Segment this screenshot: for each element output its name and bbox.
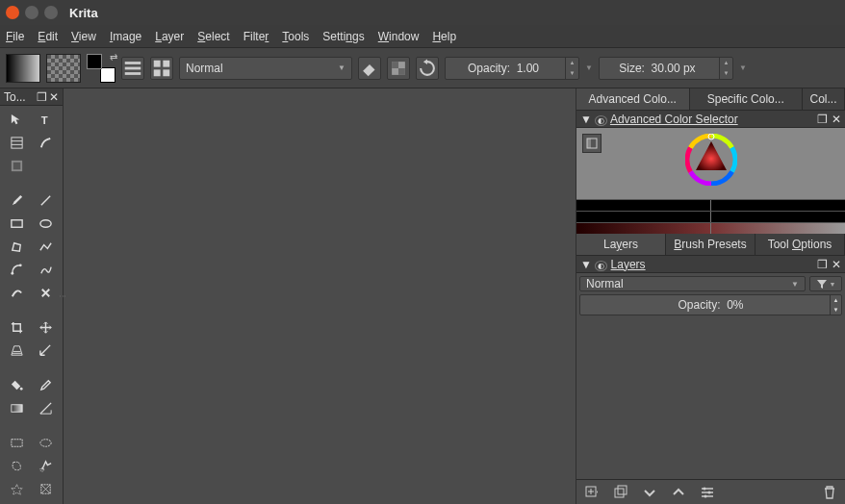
advanced-color-selector[interactable] — [576, 128, 845, 234]
layer-properties-button[interactable] — [700, 485, 715, 500]
menu-layer[interactable]: Layer — [155, 30, 184, 43]
pattern-swatch[interactable] — [46, 54, 81, 83]
menu-settings[interactable]: Settings — [322, 30, 364, 43]
layer-opacity-slider[interactable]: Opacity: 0% ▲▼ — [579, 294, 842, 315]
color-selector-menu-button[interactable] — [582, 134, 602, 153]
contiguous-select-tool[interactable] — [34, 456, 60, 475]
alpha-lock-button[interactable] — [387, 57, 410, 80]
freehand-path-tool[interactable] — [34, 260, 60, 279]
add-layer-button[interactable] — [584, 485, 600, 500]
polyline-tool[interactable] — [34, 237, 60, 256]
menu-tools[interactable]: Tools — [282, 30, 309, 43]
bezier-select-tool[interactable] — [34, 479, 60, 498]
tab-layers[interactable]: Layers — [576, 234, 666, 255]
canvas-area[interactable]: ⋮ — [64, 88, 576, 504]
rect-select-tool[interactable] — [4, 433, 30, 452]
dynamic-brush-tool[interactable] — [4, 283, 30, 302]
layer-blend-mode-select[interactable]: Normal ▼ — [579, 276, 806, 291]
layer-list[interactable] — [579, 318, 842, 476]
menu-window[interactable]: Window — [378, 30, 420, 43]
multibrush-tool[interactable] — [34, 283, 60, 302]
svg-rect-11 — [12, 137, 22, 147]
crop-tool[interactable] — [4, 317, 30, 337]
svg-point-21 — [20, 387, 23, 390]
spinbox-arrows[interactable]: ▲▼ — [719, 58, 732, 79]
toolbox-grid: T — [0, 106, 63, 502]
pattern-edit-tool[interactable] — [4, 133, 30, 152]
reload-brush-button[interactable] — [416, 57, 439, 80]
menu-select[interactable]: Select — [197, 30, 229, 43]
panel-drag-handle[interactable]: ⋮ — [60, 88, 65, 504]
window-minimize-button[interactable] — [25, 6, 38, 19]
window-close-button[interactable] — [6, 6, 19, 19]
close-panel-icon[interactable]: ✕ — [832, 113, 841, 126]
menu-edit[interactable]: Edit — [38, 30, 58, 43]
right-mid-tabs: Layers Brush Presets Tool Options — [576, 234, 845, 256]
text-tool[interactable]: T — [34, 110, 60, 129]
funnel-icon — [816, 278, 828, 290]
blend-mode-select[interactable]: Normal ▼ — [179, 57, 352, 80]
opacity-spinbox[interactable]: Opacity: 1.00 ▲▼ — [445, 57, 579, 80]
window-title: Krita — [69, 6, 98, 20]
tab-tool-options[interactable]: Tool Options — [755, 234, 845, 255]
layers-footer — [576, 479, 845, 504]
move-tool[interactable] — [4, 110, 30, 129]
duplicate-layer-button[interactable] — [613, 485, 628, 500]
fg-bg-color[interactable]: ⇄ — [87, 54, 115, 83]
polygon-tool[interactable] — [4, 237, 30, 256]
menu-filter[interactable]: Filter — [243, 30, 269, 43]
rectangle-tool[interactable] — [4, 214, 30, 233]
bezier-tool[interactable] — [4, 260, 30, 279]
toolbox-header: To... ❐✕ — [0, 88, 63, 106]
menu-file[interactable]: File — [6, 30, 24, 43]
eraser-mode-button[interactable] — [358, 57, 381, 80]
right-top-tabs: Advanced Colo... Specific Colo... Col... — [576, 88, 845, 111]
brush-settings-button[interactable] — [121, 57, 144, 80]
menu-view[interactable]: View — [71, 30, 96, 43]
layer-down-button[interactable] — [642, 485, 657, 500]
size-spinbox[interactable]: Size: 30.00 px ▲▼ — [599, 57, 733, 80]
gradient-edit-tool[interactable] — [34, 133, 60, 152]
float-panel-icon[interactable]: ❐ — [817, 113, 828, 126]
transform-tool[interactable] — [34, 317, 60, 337]
brush-tool[interactable] — [4, 190, 30, 210]
ruler-assistant-tool[interactable] — [34, 398, 60, 417]
window-maximize-button[interactable] — [44, 6, 58, 19]
similar-select-tool[interactable] — [4, 479, 30, 498]
gradient-tool[interactable] — [4, 398, 30, 417]
tab-brush-presets[interactable]: Brush Presets — [666, 234, 755, 255]
close-panel-icon[interactable]: ✕ — [49, 90, 59, 104]
color-picker-tool[interactable] — [34, 375, 60, 394]
svg-point-33 — [704, 487, 706, 490]
layers-panel-header: ▼ ◐ Layers ❐✕ — [576, 256, 845, 273]
delete-layer-button[interactable] — [822, 485, 837, 500]
float-panel-icon[interactable]: ❐ — [817, 258, 828, 271]
ellipse-select-tool[interactable] — [34, 433, 60, 452]
freehand-select-tool[interactable] — [4, 456, 30, 475]
spinbox-arrows[interactable]: ▲▼ — [565, 58, 578, 79]
tab-advanced-color[interactable]: Advanced Colo... — [576, 88, 690, 110]
menu-help[interactable]: Help — [432, 30, 456, 43]
layer-up-button[interactable] — [671, 485, 686, 500]
gradient-swatch[interactable] — [6, 54, 40, 83]
deform-tool[interactable] — [4, 156, 30, 175]
close-panel-icon[interactable]: ✕ — [832, 258, 841, 271]
perspective-grid-tool[interactable] — [4, 340, 30, 360]
line-tool[interactable] — [34, 190, 60, 210]
ellipse-tool[interactable] — [34, 214, 60, 233]
color-history-strips[interactable] — [576, 199, 845, 234]
layer-blend-mode-label: Normal — [586, 277, 624, 290]
layer-filter-button[interactable]: ▼ — [809, 276, 842, 291]
fill-tool[interactable] — [4, 375, 30, 394]
tab-specific-color[interactable]: Specific Colo... — [690, 88, 804, 110]
collapse-arrow-icon[interactable]: ▼ — [580, 258, 592, 271]
dropdown-arrow-icon[interactable]: ▼ — [739, 63, 747, 72]
menu-image[interactable]: Image — [110, 30, 141, 43]
color-wheel[interactable] — [685, 134, 737, 186]
float-panel-icon[interactable]: ❐ — [37, 90, 47, 104]
collapse-arrow-icon[interactable]: ▼ — [580, 113, 592, 126]
dropdown-arrow-icon[interactable]: ▼ — [585, 63, 593, 72]
brush-preset-button[interactable] — [150, 57, 173, 80]
measure-tool[interactable] — [34, 340, 60, 360]
tab-color[interactable]: Col... — [803, 88, 845, 110]
